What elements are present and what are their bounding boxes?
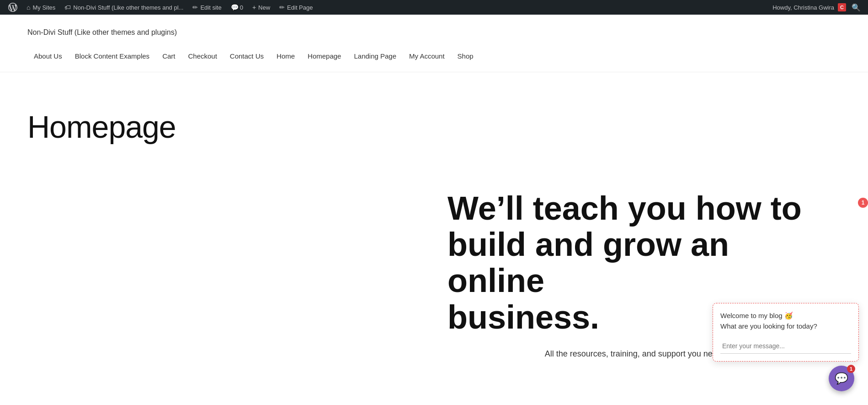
my-sites-button[interactable]: ⌂ My Sites — [22, 0, 60, 15]
chat-popup: Welcome to my blog 🥳What are you looking… — [713, 303, 859, 362]
new-icon: + — [252, 4, 256, 11]
comments-count: 0 — [240, 4, 243, 11]
chat-input[interactable] — [720, 339, 851, 354]
my-sites-label: My Sites — [32, 4, 55, 11]
howdy-text: Howdy, Christina Gwira — [772, 4, 834, 11]
site-icon: 🏷 — [64, 4, 71, 11]
site-header: Non-Divi Stuff (Like other themes and pl… — [0, 15, 868, 72]
nav-homepage[interactable]: Homepage — [301, 49, 347, 63]
page-title: Homepage — [27, 109, 841, 145]
new-label: New — [258, 4, 270, 11]
site-name-label: Non-Divi Stuff (Like other themes and pl… — [73, 4, 183, 11]
site-title[interactable]: Non-Divi Stuff (Like other themes and pl… — [27, 28, 841, 37]
page-title-section: Homepage — [0, 72, 868, 172]
chat-badge: 1 — [847, 365, 855, 373]
chat-popup-message: Welcome to my blog 🥳What are you looking… — [720, 311, 851, 331]
edit-page-label: Edit Page — [287, 4, 313, 11]
chat-button-icon: 💬 — [835, 372, 848, 377]
nav-cart[interactable]: Cart — [156, 49, 181, 63]
right-edge-notification[interactable]: 1 — [858, 198, 868, 208]
sites-icon: ⌂ — [27, 4, 30, 11]
hero-headline-line1: We’ll teach you how to — [447, 190, 802, 227]
nav-shop[interactable]: Shop — [451, 49, 480, 63]
user-avatar-badge: C — [838, 3, 846, 11]
nav-block-content[interactable]: Block Content Examples — [69, 49, 156, 63]
nav-checkout[interactable]: Checkout — [181, 49, 223, 63]
nav-my-account[interactable]: My Account — [403, 49, 451, 63]
nav-contact-us[interactable]: Contact Us — [224, 49, 270, 63]
new-button[interactable]: + New — [248, 0, 275, 15]
hero-headline-line2: build and grow an online — [447, 226, 729, 299]
hero-headline-line3: business. — [447, 299, 599, 335]
admin-bar-right: Howdy, Christina Gwira C 🔍 — [772, 0, 864, 15]
wp-logo-button[interactable] — [4, 0, 22, 15]
wp-logo-icon — [8, 3, 17, 12]
nav-home[interactable]: Home — [270, 49, 301, 63]
admin-bar: ⌂ My Sites 🏷 Non-Divi Stuff (Like other … — [0, 0, 868, 15]
comments-button[interactable]: 💬 0 — [226, 0, 248, 15]
edit-site-icon: ✏ — [192, 4, 198, 11]
nav-about-us[interactable]: About Us — [27, 49, 69, 63]
nav-landing-page[interactable]: Landing Page — [347, 49, 403, 63]
admin-bar-left: ⌂ My Sites 🏷 Non-Divi Stuff (Like other … — [4, 0, 772, 15]
edit-site-button[interactable]: ✏ Edit site — [188, 0, 226, 15]
site-nav: About Us Block Content Examples Cart Che… — [27, 49, 841, 63]
admin-search-button[interactable]: 🔍 — [848, 0, 864, 15]
edit-page-icon: ✏ — [279, 4, 285, 11]
edit-page-button[interactable]: ✏ Edit Page — [275, 0, 317, 15]
comments-icon: 💬 — [231, 4, 239, 11]
edit-site-label: Edit site — [200, 4, 221, 11]
site-name-button[interactable]: 🏷 Non-Divi Stuff (Like other themes and … — [60, 0, 188, 15]
